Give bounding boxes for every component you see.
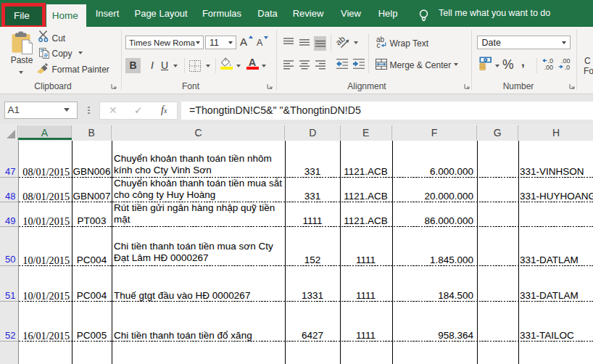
svg-text:.0: .0 [564, 63, 570, 70]
svg-text:c: c [376, 41, 380, 49]
svg-text:.00: .00 [544, 63, 553, 70]
